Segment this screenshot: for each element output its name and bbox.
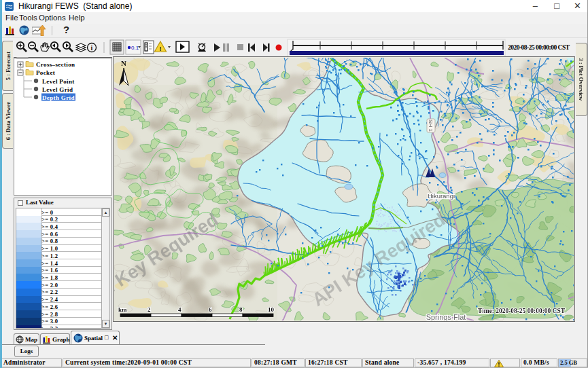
svg-text:Level Grid: Level Grid <box>42 86 73 93</box>
svg-text:N: N <box>121 59 126 67</box>
svg-text:Hikurangi: Hikurangi <box>428 192 455 200</box>
svg-text:SH 1: SH 1 <box>428 119 434 132</box>
svg-text:4: 4 <box>178 306 181 313</box>
svg-text:i: i <box>91 44 93 52</box>
svg-text:2: 2 <box>148 306 151 313</box>
svg-text:Depth Grid: Depth Grid <box>42 94 75 101</box>
svg-text:6: 6 <box>209 306 212 313</box>
svg-text:km: km <box>118 306 127 313</box>
svg-text:Springs Flat: Springs Flat <box>426 313 466 320</box>
svg-text:Time: 2020-08-25 00:00:00 CST: Time: 2020-08-25 00:00:00 CST <box>478 308 566 314</box>
svg-text:0.1: 0.1 <box>131 45 139 51</box>
svg-text:8: 8 <box>239 306 243 313</box>
svg-text:10: 10 <box>268 306 275 313</box>
svg-text:Cross–section: Cross–section <box>36 61 75 68</box>
svg-text:Pocket: Pocket <box>36 69 55 76</box>
svg-text:Level Point: Level Point <box>42 78 75 85</box>
svg-text:2020-08-25 00:00:00 CST: 2020-08-25 00:00:00 CST <box>508 44 570 51</box>
svg-text:!: ! <box>160 45 162 52</box>
